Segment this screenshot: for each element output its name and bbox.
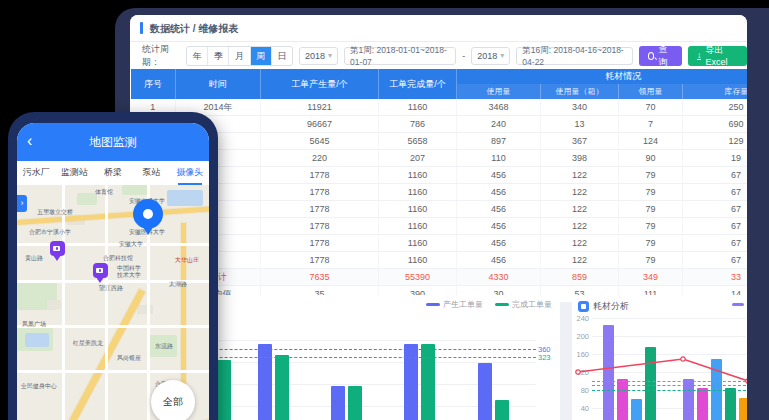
table-cell: 456: [457, 184, 541, 201]
legend-swatch: [426, 303, 440, 306]
table-row: 177811604561227967: [131, 218, 748, 235]
from-week-input[interactable]: 第1周: 2018-01-01~2018-01-07: [344, 47, 456, 65]
consumable-chart-legend-stub: [732, 303, 744, 306]
phone-tab-摄像头[interactable]: 摄像头: [171, 161, 209, 185]
map-poi-label: 安徽大学: [119, 241, 143, 248]
bar-产生工单量-2: [331, 386, 345, 420]
chart-title-icon: [578, 301, 589, 312]
reference-line-label: 323: [538, 353, 551, 362]
map-pond: [25, 333, 49, 347]
export-excel-button[interactable]: ↓ 导出Excel: [688, 46, 747, 66]
from-year-select[interactable]: 2018 ▾: [299, 47, 338, 65]
phone-tab-监测站[interactable]: 监测站: [55, 161, 93, 185]
table-cell: 456: [457, 167, 541, 184]
table-cell: 122: [541, 184, 619, 201]
table-cell: 79: [619, 218, 683, 235]
map-street: [17, 370, 209, 373]
map-park: [77, 193, 97, 205]
table-cell: 7635: [261, 269, 379, 286]
period-segmented-control: 年季月周日: [186, 46, 293, 66]
period-option-季[interactable]: 季: [207, 47, 228, 65]
calendar-caret-icon: ▾: [500, 51, 504, 60]
table-cell: 207: [379, 150, 457, 167]
phone-app-header: ‹ 地图监测: [17, 123, 209, 161]
camera-pin[interactable]: [93, 263, 108, 278]
table-cell: 1778: [261, 167, 379, 184]
column-subheader: 使用量（箱）: [541, 84, 619, 99]
table-cell: 3468: [457, 99, 541, 116]
table-cell: 122: [541, 167, 619, 184]
calendar-caret-icon: ▾: [328, 51, 332, 60]
table-cell: 96667: [261, 116, 379, 133]
bar-产生工单量-3: [404, 344, 418, 420]
table-cell: 690: [683, 116, 748, 133]
map-poi-label: 全民健身中心: [21, 383, 57, 390]
camera-pin[interactable]: [50, 241, 65, 256]
table-cell: 1778: [261, 184, 379, 201]
table-row: 177811604561227967: [131, 252, 748, 269]
map-view[interactable]: › 全部 五里墩立交桥体育馆安徽交通大学合肥市宁溪小学安徽医科大学黄山路安徽大学…: [17, 185, 209, 420]
query-button[interactable]: 查询: [639, 46, 682, 66]
legend-item: 完成工单量: [495, 299, 552, 310]
bar-产生工单量-4: [478, 363, 492, 420]
table-cell: 786: [379, 116, 457, 133]
report-table: 序号时间工单产生量/个工单完成量/个耗材情况使用量使用量（箱）领用量库存量120…: [130, 69, 747, 303]
phone-tab-泵站[interactable]: 泵站: [132, 161, 170, 185]
phone-tab-污水厂[interactable]: 污水厂: [17, 161, 55, 185]
column-subheader: 领用量: [619, 84, 683, 99]
table-row: 177811604561227967: [131, 235, 748, 252]
table-cell: 79: [619, 167, 683, 184]
legend-label: 完成工单量: [512, 299, 552, 310]
table-cell: 456: [457, 201, 541, 218]
breadcrumb: 数据统计 / 维修报表: [150, 22, 238, 36]
map-water: [167, 190, 203, 206]
table-cell: 7: [619, 116, 683, 133]
table-cell: 4330: [457, 269, 541, 286]
to-week-input[interactable]: 第16周: 2018-04-16~2018-04-22: [516, 47, 632, 65]
bar-完成工单量-4: [495, 400, 509, 420]
map-poi-label: 中国科学: [117, 265, 141, 272]
all-filter-button[interactable]: 全部: [151, 380, 195, 420]
to-year-select[interactable]: 2018 ▾: [471, 47, 510, 65]
map-poi-label: 体育馆: [95, 189, 113, 196]
table-cell: 456: [457, 235, 541, 252]
table-cell: 1160: [379, 99, 457, 116]
camera-pin-tail: [96, 277, 104, 283]
breadcrumb-accent: [140, 22, 143, 34]
table-cell: 70: [619, 99, 683, 116]
selected-camera-pin[interactable]: [133, 199, 163, 229]
table-cell: 367: [541, 133, 619, 150]
table-cell: 1160: [379, 201, 457, 218]
table-cell: 897: [457, 133, 541, 150]
bar-完成工单量-3: [421, 344, 435, 420]
gridline: [592, 336, 746, 337]
y-axis-tick: 200: [571, 332, 589, 341]
selected-camera-pin-tail: [143, 227, 153, 235]
phone-screen: ‹ 地图监测 污水厂监测站桥梁泵站摄像头: [17, 123, 209, 420]
table-row: 177811604561227967: [131, 167, 748, 184]
table-cell: 1778: [261, 252, 379, 269]
map-poi-label: 合肥市宁溪小学: [29, 229, 71, 236]
period-option-年[interactable]: 年: [187, 47, 207, 65]
legend-label: 产生工单量: [443, 299, 483, 310]
table-cell: 1778: [261, 235, 379, 252]
period-option-月[interactable]: 月: [228, 47, 249, 65]
period-option-周[interactable]: 周: [250, 47, 271, 65]
table-cell: 859: [541, 269, 619, 286]
table-cell: 1778: [261, 201, 379, 218]
map-expander-button[interactable]: ›: [17, 195, 27, 212]
y-axis-tick: 240: [571, 314, 589, 323]
table-cell: 11921: [261, 99, 379, 116]
phone-tab-桥梁[interactable]: 桥梁: [94, 161, 132, 185]
column-header: 时间: [176, 69, 261, 99]
breadcrumb-bar: 数据统计 / 维修报表: [130, 15, 747, 42]
camera-pin-tail: [53, 255, 61, 261]
period-option-日[interactable]: 日: [271, 47, 292, 65]
table-cell: 122: [541, 218, 619, 235]
export-button-label: 导出Excel: [705, 44, 738, 67]
column-subheader: 库存量: [683, 84, 748, 99]
table-cell: 250: [683, 99, 748, 116]
table-cell: 1160: [379, 235, 457, 252]
table-cell: 13: [541, 116, 619, 133]
table-cell: 67: [683, 201, 748, 218]
